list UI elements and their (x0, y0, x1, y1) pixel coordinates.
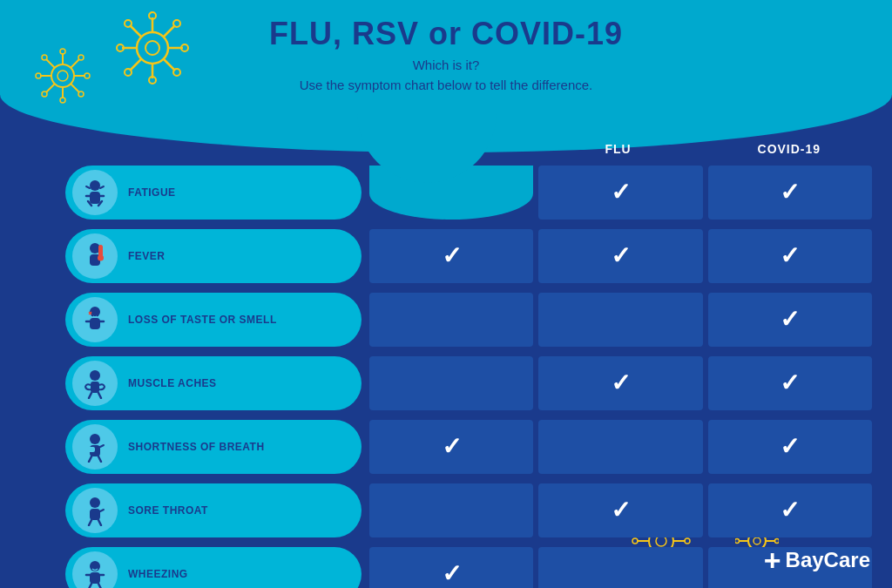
svg-line-68 (100, 510, 104, 511)
svg-rect-65 (90, 509, 100, 520)
check-breath-rsv: ✓ (442, 435, 462, 459)
svg-line-74 (98, 584, 101, 588)
cells-fever: ✓ ✓ ✓ (367, 229, 875, 283)
svg-line-56 (89, 393, 91, 398)
row-label-shortness-breath: SHORTNESS OF BREATH (65, 420, 362, 474)
check-throat-covid: ✓ (780, 498, 800, 523)
svg-point-19 (57, 71, 68, 81)
svg-point-1 (145, 41, 159, 55)
row-fever: FEVER ✓ ✓ ✓ (65, 226, 875, 286)
check-muscle-covid: ✓ (780, 371, 800, 395)
svg-line-30 (71, 84, 79, 92)
icon-fatigue (72, 170, 118, 215)
svg-point-58 (90, 434, 100, 444)
cells-sore-throat: ✓ ✓ (367, 483, 875, 537)
svg-line-16 (130, 59, 141, 71)
svg-line-61 (89, 456, 91, 462)
check-breath-covid: ✓ (780, 435, 800, 459)
svg-point-36 (90, 180, 100, 191)
baycare-logo: + BayCare (764, 545, 870, 575)
svg-line-14 (164, 25, 175, 37)
icon-fever (72, 233, 118, 279)
cell-fatigue-flu: ✓ (538, 166, 702, 220)
symptom-name-shortness-breath: SHORTNESS OF BREATH (128, 441, 265, 453)
svg-point-54 (90, 370, 100, 381)
svg-line-10 (130, 25, 141, 37)
symptom-name-sore-throat: SORE THROAT (128, 504, 208, 517)
cell-taste-flu (538, 293, 702, 347)
svg-line-67 (98, 520, 101, 525)
cell-muscle-covid: ✓ (708, 356, 872, 410)
svg-line-42 (86, 186, 90, 188)
svg-rect-60 (88, 447, 95, 452)
svg-point-11 (125, 20, 132, 27)
check-muscle-flu: ✓ (611, 371, 631, 395)
virus-decoration-2 (35, 48, 91, 108)
table-wrapper: RSV FLU COVID-19 (65, 135, 875, 571)
svg-point-64 (90, 497, 100, 508)
cell-fever-rsv: ✓ (369, 229, 533, 283)
symptom-name-muscle-aches: MUSCLE ACHES (128, 377, 217, 389)
cell-breath-rsv: ✓ (369, 420, 533, 474)
icon-taste-smell (72, 297, 118, 342)
cell-taste-rsv (369, 293, 533, 347)
subtitle-line2: Use the symptom chart below to tell the … (300, 78, 593, 92)
svg-rect-55 (91, 382, 99, 393)
svg-line-66 (89, 520, 91, 525)
cell-breath-flu (538, 420, 702, 474)
symptom-rows: FATIGUE ✓ ✓ (65, 163, 875, 588)
cells-taste-smell: ✓ (367, 293, 875, 347)
svg-line-12 (164, 59, 175, 71)
svg-rect-70 (90, 572, 100, 584)
check-throat-flu: ✓ (611, 498, 631, 523)
row-muscle-aches: MUSCLE ACHES ✓ ✓ (65, 354, 875, 413)
row-fatigue: FATIGUE ✓ ✓ (65, 163, 875, 222)
row-taste-smell: LOSS OF TASTE OR SMELL ✓ (65, 290, 875, 349)
cell-wheezing-rsv: ✓ (369, 547, 533, 588)
svg-line-57 (98, 393, 101, 398)
svg-point-15 (173, 20, 180, 27)
symptom-name-fever: FEVER (128, 250, 166, 262)
svg-point-31 (78, 91, 84, 97)
row-label-wheezing: WHEEZING (65, 547, 362, 588)
svg-point-13 (173, 69, 180, 76)
row-shortness-breath: SHORTNESS OF BREATH ✓ ✓ (65, 417, 875, 476)
symptom-name-fatigue: FATIGUE (128, 186, 176, 199)
cells-shortness-breath: ✓ ✓ (367, 420, 875, 474)
cell-fever-covid: ✓ (708, 229, 872, 283)
col-header-flu: FLU (532, 135, 703, 163)
cell-fever-flu: ✓ (538, 229, 702, 283)
col-header-covid: COVID-19 (704, 135, 875, 163)
check-taste-covid: ✓ (780, 308, 800, 332)
svg-line-43 (100, 186, 104, 188)
icon-shortness-breath (72, 424, 118, 470)
cell-throat-rsv (369, 483, 533, 537)
cell-muscle-rsv (369, 356, 533, 410)
symptom-name-wheezing: WHEEZING (128, 568, 188, 580)
icon-sore-throat (72, 488, 118, 533)
row-sore-throat: SORE THROAT ✓ ✓ (65, 481, 875, 540)
cell-wheezing-flu (538, 547, 702, 588)
svg-point-47 (98, 255, 104, 261)
svg-point-0 (137, 32, 168, 64)
svg-line-28 (46, 59, 55, 68)
symptom-name-taste-smell: LOSS OF TASTE OR SMELL (128, 314, 277, 326)
row-wheezing: WHEEZING ✓ (65, 544, 875, 588)
check-fever-rsv: ✓ (442, 244, 462, 268)
cells-muscle-aches: ✓ ✓ (367, 356, 875, 410)
cell-fatigue-covid: ✓ (708, 166, 872, 220)
svg-rect-37 (90, 192, 100, 204)
row-label-taste-smell: LOSS OF TASTE OR SMELL (65, 293, 362, 347)
cell-taste-covid: ✓ (708, 293, 872, 347)
symptom-table: RSV FLU COVID-19 (65, 135, 875, 571)
check-wheezing-rsv: ✓ (442, 562, 462, 586)
cell-breath-covid: ✓ (708, 420, 872, 474)
row-label-muscle-aches: MUSCLE ACHES (65, 356, 362, 410)
check-fever-covid: ✓ (780, 244, 800, 268)
baycare-name: BayCare (786, 548, 870, 572)
icon-wheezing (72, 551, 118, 588)
check-fever-flu: ✓ (611, 244, 631, 268)
svg-point-35 (42, 91, 47, 97)
check-fatigue-covid: ✓ (780, 180, 800, 205)
svg-point-17 (125, 69, 132, 76)
